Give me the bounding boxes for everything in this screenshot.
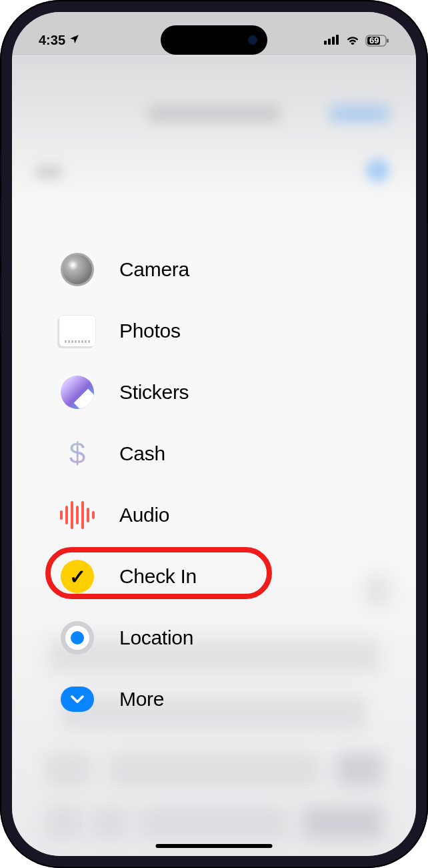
menu-label: Camera (119, 258, 189, 281)
svg-rect-2 (332, 37, 335, 45)
svg-rect-6 (387, 39, 389, 43)
menu-label: Check In (119, 565, 197, 588)
wifi-icon (345, 34, 360, 47)
location-icon (59, 619, 96, 657)
battery-pct: 69 (369, 35, 379, 45)
menu-label: Stickers (119, 381, 189, 404)
iphone-frame: 4:35 69 (0, 0, 428, 868)
photos-icon (59, 312, 96, 350)
menu-label: Location (119, 626, 193, 649)
menu-item-checkin[interactable]: ✓ Check In (52, 546, 376, 607)
dynamic-island (161, 25, 267, 55)
cellular-icon (324, 34, 340, 47)
menu-label: More (119, 688, 164, 711)
apps-menu: Camera Photos Stickers $ Cash (12, 239, 416, 730)
home-indicator[interactable] (156, 844, 273, 848)
menu-item-camera[interactable]: Camera (52, 239, 376, 300)
menu-item-more[interactable]: More (52, 669, 376, 730)
menu-item-stickers[interactable]: Stickers (52, 362, 376, 423)
status-time: 4:35 (39, 33, 65, 48)
audio-waveform-icon (59, 496, 96, 534)
menu-item-audio[interactable]: Audio (52, 484, 376, 546)
menu-item-location[interactable]: Location (52, 607, 376, 669)
svg-rect-1 (328, 39, 331, 45)
stickers-icon (59, 374, 96, 411)
more-chevron-icon (59, 681, 96, 718)
cash-icon: $ (59, 435, 96, 472)
svg-rect-3 (336, 35, 339, 45)
menu-label: Photos (119, 320, 181, 342)
menu-item-photos[interactable]: Photos (52, 300, 376, 362)
svg-rect-0 (324, 41, 327, 45)
menu-label: Cash (119, 442, 165, 465)
location-arrow-icon (69, 33, 80, 48)
battery-icon: 69 (365, 35, 389, 47)
camera-icon (59, 251, 96, 288)
menu-label: Audio (119, 504, 169, 526)
blurred-header (12, 55, 416, 209)
menu-item-cash[interactable]: $ Cash (52, 423, 376, 484)
screen: 4:35 69 (12, 12, 416, 856)
checkin-icon: ✓ (59, 558, 96, 595)
